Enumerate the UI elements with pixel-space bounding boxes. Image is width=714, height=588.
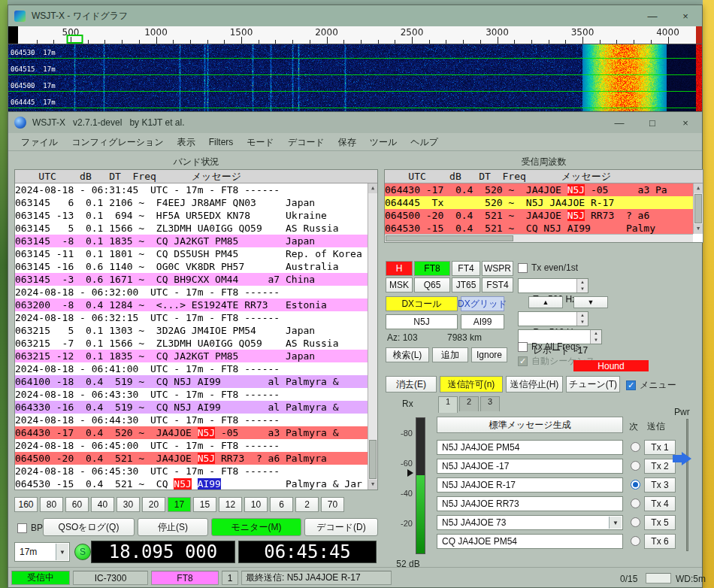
frequency-scale[interactable] (8, 26, 702, 44)
tx-button-1[interactable]: Tx 1 (644, 440, 676, 455)
decode-row[interactable]: 064530 -15 0.4 521 ~ CQ N5J AI99 Palmy (385, 222, 693, 235)
decode-row[interactable]: 064100 -18 0.4 519 ~ CQ N5J AI99 al Palm… (15, 375, 368, 388)
band-button-60[interactable]: 60 (65, 497, 89, 512)
rx-spinner-arrows-icon[interactable]: ▲▼ (576, 312, 588, 326)
band-button-12[interactable]: 12 (219, 497, 242, 512)
tx-select-radio-5[interactable] (631, 517, 640, 527)
decode-row[interactable]: 2024-08-18 - 06:45:00 UTC - 17m - FT8 --… (15, 439, 368, 452)
log-qso-button[interactable]: QSOをログ(Q) (43, 518, 135, 536)
tx-freq-down-button[interactable]: ▼ (573, 296, 608, 308)
main-close-button[interactable]: × (669, 112, 702, 133)
decode-row[interactable]: 2024-08-18 - 06:44:30 UTC - 17m - FT8 --… (15, 414, 368, 426)
band-button-2[interactable]: 2 (295, 497, 319, 512)
decode-row[interactable]: 2024-08-18 - 06:32:15 UTC - 17m - FT8 --… (15, 311, 368, 324)
dx-grid-button[interactable]: DXグリッド (461, 296, 504, 311)
generate-std-msgs-button[interactable]: 標準メッセージ生成 (437, 417, 623, 433)
mode-button-ft8[interactable]: FT8 (414, 261, 450, 276)
lookup-button[interactable]: 検索(L) (386, 347, 429, 362)
dx-call-button[interactable]: DXコール (386, 296, 458, 311)
auto-seq-checkbox-box[interactable] (518, 356, 528, 366)
rx-all-freqs-checkbox[interactable]: Rx All Freqs (518, 341, 580, 352)
decode-row[interactable]: 063215 5 0.1 1303 ~ 3D2AG JM4IOE PM54 Ja… (15, 324, 368, 337)
mode-button-fst4[interactable]: FST4 (482, 277, 513, 292)
tx-button-6[interactable]: Tx 6 (644, 534, 676, 549)
tx-button-5[interactable]: Tx 5 (644, 515, 676, 530)
widegraph-minimize-button[interactable]: — (636, 5, 669, 26)
tx-even-checkbox[interactable]: Tx even/1st (518, 262, 578, 273)
menu-item[interactable]: コンフィグレーション (65, 133, 171, 151)
band-button-20[interactable]: 20 (142, 497, 165, 512)
menu-item[interactable]: ツール (363, 133, 404, 151)
menu-item[interactable]: 保存 (331, 133, 363, 151)
decode-row[interactable]: 063145 -11 0.1 1801 ~ CQ DS5USH PM45 Rep… (15, 247, 368, 260)
decode-row[interactable]: 064500 -20 0.4 521 ~ JA4JOE N5J RR73 ? a… (385, 209, 693, 222)
band-button-160[interactable]: 160 (14, 497, 38, 512)
tx-frequency-spinner[interactable]: Tx 520 Hz▲▼ (518, 278, 588, 293)
band-button-17[interactable]: 17 (168, 497, 191, 512)
band-button-10[interactable]: 10 (244, 497, 268, 512)
decode-row[interactable]: 064500 -20 0.4 521 ~ JA4JOE N5J RR73 ? a… (15, 452, 368, 465)
tx-select-radio-2[interactable] (631, 461, 640, 471)
pwr-slider-track[interactable] (686, 419, 688, 551)
rx-frequency-spinner[interactable]: Rx 519 Hz▲▼ (518, 311, 588, 326)
halt-tx-button[interactable]: 送信停止(H) (506, 376, 563, 393)
message-tab-3[interactable]: 3 (480, 396, 500, 411)
tx-button-3[interactable]: Tx 3 (644, 477, 676, 493)
bp-checkbox-box[interactable] (17, 523, 27, 533)
menu-item[interactable]: ファイル (14, 133, 65, 151)
band-button-70[interactable]: 70 (321, 497, 344, 512)
main-titlebar[interactable]: WSJT-X v2.7.1-devel by K1JT et al. — □ × (8, 112, 702, 133)
tx-message-field-5[interactable]: N5J JA4JOE 73▼ (437, 515, 623, 530)
decode-row[interactable]: 2024-08-18 - 06:43:30 UTC - 17m - FT8 --… (15, 388, 368, 401)
frequency-display[interactable]: 18.095 000 (91, 541, 235, 563)
rx-all-freqs-checkbox-box[interactable] (518, 342, 528, 352)
decode-row[interactable]: 064430 -17 0.4 520 ~ JA4JOE N5J -05 a3 P… (15, 426, 368, 439)
ignore-button[interactable]: Ignore (471, 347, 507, 362)
main-minimize-button[interactable]: — (603, 112, 636, 133)
tx-message-field-2[interactable]: N5J JA4JOE -17 (437, 459, 623, 474)
dx-grid-field[interactable]: AI99 (461, 314, 504, 329)
band-combo-arrow-icon[interactable]: ▼ (56, 544, 68, 560)
decode-row[interactable]: 064445 Tx 520 ~ N5J JA4JOE R-17 (385, 196, 693, 209)
mode-button-jt65[interactable]: JT65 (452, 277, 480, 292)
decode-row[interactable]: 064530 -15 0.4 521 ~ CQ N5J AI99 Palmyra… (15, 477, 368, 490)
menu-item[interactable]: 表示 (171, 133, 202, 151)
decode-row[interactable]: 063145 6 0.1 2106 ~ F4EEJ JR8AMF QN03 Ja… (15, 196, 368, 209)
report-spinner-arrows-icon[interactable]: ▲▼ (590, 330, 601, 344)
band-button-80[interactable]: 80 (40, 497, 63, 512)
decode-row[interactable]: 063145 -3 0.6 1671 ~ CQ BH9CXX OM44 a7 C… (15, 273, 368, 286)
decode-row[interactable]: 064330 -16 0.4 519 ~ CQ N5J AI99 al Palm… (15, 401, 368, 414)
decode-row[interactable]: 2024-08-18 - 06:31:45 UTC - 17m - FT8 --… (15, 183, 368, 196)
tx-even-checkbox-box[interactable] (518, 263, 528, 273)
tx-select-radio-6[interactable] (631, 536, 640, 546)
mode-button-ft4[interactable]: FT4 (452, 261, 480, 276)
dx-call-field[interactable]: N5J (386, 314, 458, 329)
band-button-6[interactable]: 6 (270, 497, 293, 512)
tx-message-field-4[interactable]: N5J JA4JOE RR73 (437, 496, 623, 511)
decode-row[interactable]: 063145 -8 0.1 1835 ~ CQ JA2KGT PM85 Japa… (15, 235, 368, 247)
widegraph-titlebar[interactable]: WSJT-X - ワイドグラフ — × (8, 5, 702, 26)
monitor-button[interactable]: モニター(M) (211, 518, 301, 536)
waterfall-display[interactable] (8, 44, 702, 112)
bp-checkbox[interactable]: BP (17, 523, 43, 533)
message-tab-2[interactable]: 2 (459, 396, 479, 411)
decode-row[interactable]: 2024-08-18 - 06:41:00 UTC - 17m - FT8 --… (15, 362, 368, 375)
tx-button-4[interactable]: Tx 4 (644, 496, 676, 511)
pwr-slider-handle-arrow[interactable] (682, 452, 691, 465)
erase-button[interactable]: 消去(E) (386, 376, 437, 393)
decode-button[interactable]: デコード(D) (304, 518, 378, 536)
tune-button[interactable]: チューン(T) (566, 376, 620, 393)
menus-checkbox-box[interactable] (626, 380, 636, 390)
tx-message-field-3[interactable]: N5J JA4JOE R-17 (437, 477, 623, 493)
decode-row[interactable]: 2024-08-18 - 06:32:00 UTC - 17m - FT8 --… (15, 286, 368, 299)
band-activity-scrollbar[interactable]: ▲ ▼ (368, 183, 377, 489)
band-button-15[interactable]: 15 (193, 497, 216, 512)
decode-row[interactable]: 063215 -7 0.1 1566 ~ ZL3DMH UA0IGG QO59 … (15, 337, 368, 350)
tx-select-radio-3[interactable] (631, 480, 640, 489)
menus-checkbox[interactable]: メニュー (626, 379, 676, 392)
mode-button-msk[interactable]: MSK (386, 277, 413, 292)
tx-spinner-arrows-icon[interactable]: ▲▼ (576, 279, 588, 292)
tx-freq-up-button[interactable]: ▲ (528, 296, 563, 308)
band-select-combo[interactable]: 17m ▼ (14, 542, 70, 562)
decode-row[interactable]: 063145 5 0.1 1566 ~ ZL3DMH UA0IGG QO59 A… (15, 222, 368, 235)
